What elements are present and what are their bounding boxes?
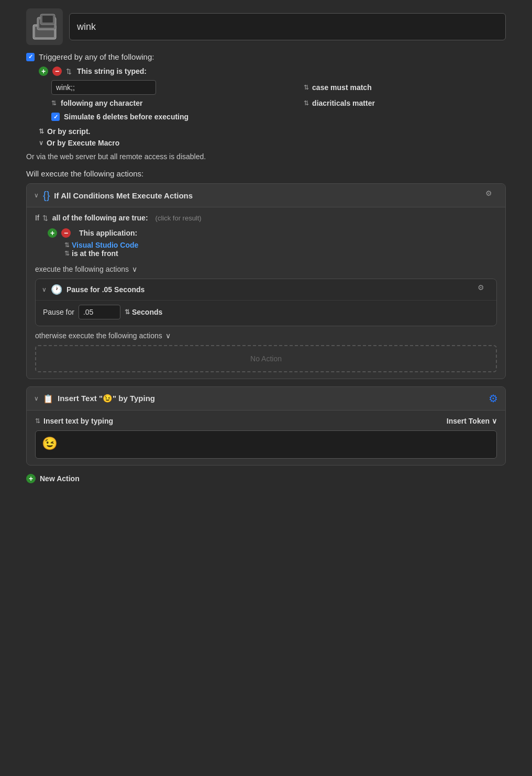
pause-gear-icon[interactable]: ⚙	[478, 283, 490, 296]
if-all-conditions-title: If All Conditions Met Execute Actions	[54, 191, 193, 200]
or-by-execute-macro-label: Or by Execute Macro	[47, 139, 119, 147]
web-server-label: Or via the web server but all remote acc…	[26, 152, 206, 161]
at-front-stepper[interactable]: ⇅	[64, 250, 70, 257]
no-action-zone: No Action	[35, 345, 497, 372]
string-trigger-row: + − ⇅ This string is typed:	[39, 66, 506, 76]
trigger-diacriticals: ⇅ diacriticals matter	[304, 99, 506, 107]
insert-text-card: ∨ 📋 Insert Text "😉" by Typing ⚙ ⇅ Insert…	[26, 386, 506, 465]
pause-action-header: ∨ 🕐 Pause for .05 Seconds ⚙	[36, 279, 496, 300]
following-any-stepper[interactable]: ⇅	[51, 99, 57, 107]
will-execute-label: Will execute the following actions:	[26, 169, 506, 178]
insert-text-options-row: ⇅ Insert text by typing Insert Token ∨	[35, 417, 497, 425]
trigger-option-string	[51, 80, 287, 95]
if-conditions-gear-icon[interactable]: ⚙	[485, 189, 498, 202]
simulate-label: Simulate 6 deletes before executing	[64, 113, 189, 121]
if-all-conditions-header-left: ∨ {} If All Conditions Met Execute Actio…	[34, 190, 193, 202]
execute-macro-collapse-icon[interactable]: ∨	[39, 139, 43, 147]
stepper-icon[interactable]: ⇅	[66, 68, 72, 75]
app-name-stepper-icon[interactable]: ⇅	[64, 241, 70, 249]
app-icon-svg	[31, 13, 58, 40]
clock-icon: 🕐	[51, 284, 62, 295]
insert-text-body: ⇅ Insert text by typing Insert Token ∨ 😉	[27, 411, 505, 465]
insert-text-header: ∨ 📋 Insert Text "😉" by Typing ⚙	[27, 387, 505, 411]
pause-unit-label: Seconds	[132, 308, 162, 316]
if-label: If	[35, 214, 39, 222]
otherwise-row: otherwise execute the following actions …	[35, 331, 497, 340]
trigger-string-input[interactable]	[51, 80, 156, 95]
execute-following-row: execute the following actions ∨	[35, 265, 497, 273]
insert-text-collapse-icon[interactable]: ∨	[34, 395, 39, 402]
add-condition-button[interactable]: +	[48, 228, 57, 238]
conditions-row: If ⇅ all of the following are true: (cli…	[35, 214, 497, 222]
pause-row: Pause for ⇅ Seconds	[43, 305, 489, 319]
new-action-label: New Action	[40, 474, 80, 483]
no-action-label: No Action	[250, 354, 282, 363]
at-front-row: ⇅ is at the front	[64, 249, 497, 258]
script-expand-icon[interactable]: ⇅	[39, 128, 44, 135]
simulate-row: Simulate 6 deletes before executing	[51, 113, 506, 121]
case-must-match-label: case must match	[312, 83, 372, 92]
trigger-case-match: ⇅ case must match	[304, 80, 506, 95]
pause-action-header-left: ∨ 🕐 Pause for .05 Seconds	[42, 284, 145, 295]
execute-following-label: execute the following actions	[35, 265, 129, 273]
triggered-by-checkbox[interactable]	[26, 53, 35, 61]
if-all-conditions-body: If ⇅ all of the following are true: (cli…	[27, 207, 505, 379]
simulate-checkbox[interactable]	[51, 113, 60, 121]
diacriticals-label: diacriticals matter	[312, 99, 375, 107]
pause-value-input[interactable]	[79, 305, 120, 319]
app-name-stepper-row: ⇅ Visual Studio Code	[64, 241, 497, 249]
this-application-label: This application:	[79, 229, 137, 237]
trigger-following-any: ⇅ following any character	[51, 99, 287, 107]
web-server-note: Or via the web server but all remote acc…	[26, 152, 506, 161]
insert-text-title: Insert Text "😉" by Typing	[58, 394, 155, 403]
new-action-add-button[interactable]: +	[26, 474, 36, 483]
if-all-conditions-header: ∨ {} If All Conditions Met Execute Actio…	[27, 184, 505, 207]
if-conditions-collapse-icon[interactable]: ∨	[34, 192, 39, 199]
macro-title-input[interactable]	[69, 13, 506, 40]
triggered-by-label: Triggered by any of the following:	[39, 52, 154, 61]
insert-text-label: Insert text by typing	[43, 417, 113, 425]
trigger-options: ⇅ case must match ⇅ following any charac…	[51, 80, 506, 107]
following-any-label: following any character	[61, 99, 142, 107]
insert-text-stepper[interactable]: ⇅	[35, 417, 40, 425]
new-action-row[interactable]: + New Action	[26, 474, 506, 483]
app-condition: + − This application: ⇅ Visual Studio Co…	[48, 228, 497, 258]
diacriticals-stepper[interactable]: ⇅	[304, 99, 309, 107]
pause-label: Pause for	[43, 308, 74, 316]
or-by-script-row: ⇅ Or by script.	[39, 127, 506, 136]
click-for-result[interactable]: (click for result)	[156, 214, 202, 222]
add-trigger-button[interactable]: +	[39, 66, 48, 76]
insert-text-gear-icon[interactable]: ⚙	[489, 392, 498, 405]
remove-condition-button[interactable]: −	[61, 228, 71, 238]
insert-text-left: ⇅ Insert text by typing	[35, 417, 113, 425]
emoji-content: 😉	[42, 436, 58, 450]
case-match-stepper[interactable]: ⇅	[304, 84, 309, 91]
is-at-front-label: is at the front	[72, 249, 118, 258]
emoji-text-area[interactable]: 😉	[35, 430, 497, 459]
insert-token-label: Insert Token	[447, 417, 490, 425]
remove-trigger-button[interactable]: −	[52, 66, 62, 76]
app-name-label[interactable]: Visual Studio Code	[72, 241, 138, 249]
pause-unit: ⇅ Seconds	[125, 308, 162, 316]
trigger-section: Triggered by any of the following: + − ⇅…	[26, 52, 506, 161]
insert-token-chevron: ∨	[492, 417, 497, 425]
pause-unit-stepper[interactable]: ⇅	[125, 308, 130, 316]
otherwise-label: otherwise execute the following actions	[35, 331, 162, 340]
execute-following-chevron[interactable]: ∨	[132, 265, 137, 273]
otherwise-chevron[interactable]: ∨	[165, 331, 171, 340]
this-string-typed-label: This string is typed:	[77, 67, 147, 75]
header	[26, 8, 506, 45]
svg-rect-5	[42, 16, 53, 23]
app-icon	[26, 8, 63, 45]
pause-action-body: Pause for ⇅ Seconds	[36, 300, 496, 326]
app-condition-row1: + − This application:	[48, 228, 497, 238]
all-of-label: all of the following are true:	[52, 214, 148, 222]
if-all-conditions-card: ∨ {} If All Conditions Met Execute Actio…	[26, 183, 506, 379]
pause-collapse-icon[interactable]: ∨	[42, 286, 47, 293]
insert-token-button[interactable]: Insert Token ∨	[447, 417, 497, 425]
conditions-stepper[interactable]: ⇅	[42, 214, 48, 222]
or-by-script-label: Or by script.	[47, 127, 90, 136]
or-by-execute-macro-row: ∨ Or by Execute Macro	[39, 139, 506, 147]
triggered-by-row: Triggered by any of the following:	[26, 52, 506, 61]
notepad-icon: 📋	[43, 394, 53, 404]
